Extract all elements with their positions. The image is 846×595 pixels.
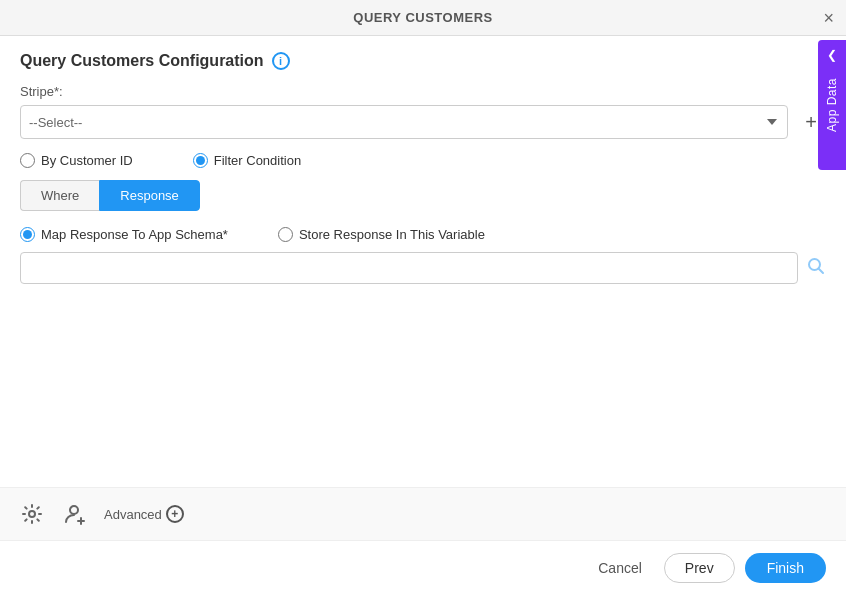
finish-button[interactable]: Finish	[745, 553, 826, 583]
config-heading: Query Customers Configuration i	[20, 52, 826, 70]
filter-condition-radio[interactable]	[193, 153, 208, 168]
app-data-label: App Data	[825, 78, 839, 132]
store-response-radio-label[interactable]: Store Response In This Variable	[278, 227, 485, 242]
response-tab[interactable]: Response	[99, 180, 200, 211]
by-customer-id-radio-label[interactable]: By Customer ID	[20, 153, 133, 168]
stripe-select[interactable]: --Select--	[20, 105, 788, 139]
footer-actions: Advanced +	[0, 487, 846, 540]
map-response-label: Map Response To App Schema*	[41, 227, 228, 242]
stripe-label: Stripe*:	[20, 84, 826, 99]
map-input-row	[20, 252, 826, 284]
close-button[interactable]: ×	[823, 9, 834, 27]
person-add-icon	[64, 502, 88, 526]
modal-footer: Cancel Prev Finish	[0, 540, 846, 595]
modal-header: QUERY CUSTOMERS ×	[0, 0, 846, 36]
svg-point-2	[29, 511, 35, 517]
filter-condition-label: Filter Condition	[214, 153, 301, 168]
modal-body: Query Customers Configuration i Stripe*:…	[0, 36, 846, 487]
stripe-row: --Select-- +	[20, 105, 826, 139]
svg-point-3	[70, 506, 78, 514]
search-icon	[806, 256, 826, 276]
search-icon-button[interactable]	[806, 256, 826, 281]
modal-title: QUERY CUSTOMERS	[353, 10, 492, 25]
config-heading-text: Query Customers Configuration	[20, 52, 264, 70]
map-input[interactable]	[20, 252, 798, 284]
advanced-button[interactable]: Advanced +	[104, 505, 184, 523]
filter-condition-radio-label[interactable]: Filter Condition	[193, 153, 301, 168]
modal-container: QUERY CUSTOMERS × ❮ App Data Query Custo…	[0, 0, 846, 595]
query-mode-row: By Customer ID Filter Condition	[20, 153, 826, 168]
store-response-label: Store Response In This Variable	[299, 227, 485, 242]
store-response-radio[interactable]	[278, 227, 293, 242]
response-radio-row: Map Response To App Schema* Store Respon…	[20, 227, 826, 242]
tabs-row: Where Response	[20, 180, 826, 211]
map-response-radio[interactable]	[20, 227, 35, 242]
where-tab[interactable]: Where	[20, 180, 99, 211]
gear-icon	[21, 503, 43, 525]
gear-icon-button[interactable]	[16, 498, 48, 530]
app-data-panel[interactable]: ❮ App Data	[818, 40, 846, 170]
response-section: Map Response To App Schema* Store Respon…	[20, 227, 826, 284]
by-customer-id-label: By Customer ID	[41, 153, 133, 168]
chevron-left-icon: ❮	[827, 48, 837, 62]
advanced-label: Advanced	[104, 507, 162, 522]
info-icon[interactable]: i	[272, 52, 290, 70]
cancel-button[interactable]: Cancel	[586, 554, 654, 582]
by-customer-id-radio[interactable]	[20, 153, 35, 168]
prev-button[interactable]: Prev	[664, 553, 735, 583]
advanced-plus-icon: +	[166, 505, 184, 523]
person-icon-button[interactable]	[60, 498, 92, 530]
svg-line-1	[819, 268, 824, 273]
map-response-radio-label[interactable]: Map Response To App Schema*	[20, 227, 228, 242]
